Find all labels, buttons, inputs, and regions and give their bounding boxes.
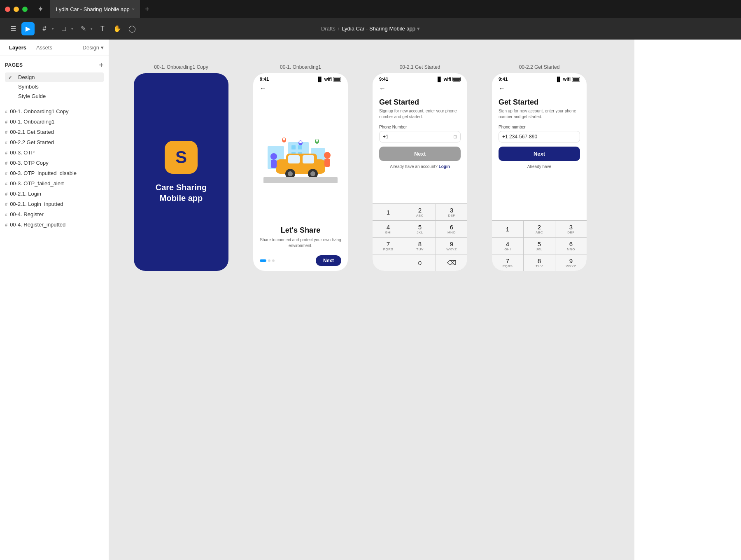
numpad-2: 1 2 ABC 3 DEF 4 GHI [492,220,587,271]
page-item-symbols[interactable]: Symbols [5,82,104,91]
status-time-gs2: 9:41 [499,77,508,82]
numpad-key-8[interactable]: 8 TUV [404,238,436,254]
layer-item-onboarding1copy[interactable]: # 00-1. Onboarding1 Copy [0,106,109,117]
layer-item-otp[interactable]: # 00-3. OTP [0,147,109,158]
numpad-key-0[interactable]: 0 [404,254,436,271]
numpad2-key-2[interactable]: 2 ABC [524,221,555,237]
layer-item-otpinputted[interactable]: # 00-3. OTP_inputted_disable [0,168,109,178]
tab-assets[interactable]: Assets [32,43,56,52]
frame-icon: # [5,109,7,114]
login-link[interactable]: Login [439,164,450,169]
numpad2-key-7[interactable]: 7 PQRS [492,254,523,271]
numpad2-key-1[interactable]: 1 [492,221,523,237]
pen-tool-btn[interactable]: ✎ [77,22,90,35]
battery-icon [572,77,580,82]
next-button[interactable]: Next [316,255,341,266]
menu-button[interactable]: ☰ [7,22,20,35]
numpad2-key-4[interactable]: 4 GHI [492,238,523,254]
close-window-btn[interactable] [5,7,10,12]
numpad-key-7[interactable]: 7 PQRS [373,238,404,254]
numpad-key-5[interactable]: 5 JKL [404,221,436,237]
numpad-1: 1 2 ABC 3 DEF 4 GHI [373,203,467,271]
design-panel-btn[interactable]: Design ▾ [83,44,104,51]
status-bar-gs2: 9:41 ▐▌ wifi [492,73,587,83]
numpad-key-3[interactable]: 3 DEF [436,204,467,220]
numpad-key-4[interactable]: 4 GHI [373,221,404,237]
svg-rect-10 [303,155,314,163]
svg-point-14 [310,171,315,176]
shape-tool-chevron: ▾ [71,27,73,31]
numpad2-key-5[interactable]: 5 JKL [524,238,555,254]
status-time: 9:41 [260,77,269,82]
tool-group-frame: # ▾ [38,22,54,35]
next-btn-active[interactable]: Next [499,147,580,161]
numpad-key-2[interactable]: 2 ABC [404,204,436,220]
phone-input-field-1[interactable]: +1 ⊞ [379,131,461,142]
active-tab[interactable]: Lydia Car - Sharing Mobile app × [50,0,141,18]
numpad2-key-3[interactable]: 3 DEF [555,221,587,237]
layer-name: 00-2.2 Get Started [10,139,104,145]
page-label: Symbols [18,84,39,90]
signal-icon: ▐▌ [436,77,443,82]
tab-title: Lydia Car - Sharing Mobile app [56,6,130,12]
layer-item-otpfailed[interactable]: # 00-3. OTP_failed_alert [0,178,109,189]
onboarding-screen: 9:41 ▐▌ wifi ← [253,73,348,271]
frame-label-3: 00-2.1 Get Started [400,64,440,70]
new-tab-btn[interactable]: + [141,0,154,18]
svg-rect-3 [291,145,296,149]
numpad2-key-8[interactable]: 8 TUV [524,254,555,271]
svg-rect-9 [288,155,300,163]
layer-item-otpcopy[interactable]: # 00-3. OTP Copy [0,158,109,168]
signal-icon: ▐▌ [317,77,323,82]
layer-item-registerinputted[interactable]: # 00-4. Register_inputted [0,219,109,230]
numpad-key-backspace[interactable]: ⌫ [436,254,467,271]
layer-name: 00-3. OTP [10,149,104,156]
left-panel: Layers Assets Design ▾ Pages + ✓ Design … [0,40,109,560]
pages-header: Pages + [5,61,104,69]
breadcrumb-drafts[interactable]: Drafts [321,26,336,32]
layer-item-onboarding1[interactable]: # 00-1. Onboarding1 [0,117,109,127]
maximize-window-btn[interactable] [22,7,28,12]
toolbar: ☰ ▶ # ▾ □ ▾ ✎ ▾ T ✋ ◯ Drafts / Lydia Car… [0,18,741,40]
back-arrow[interactable]: ← [253,83,348,94]
phone-input-field-2[interactable]: +1 234-567-890 [499,131,580,142]
svg-point-24 [316,139,318,142]
frame-tool-btn[interactable]: # [38,22,51,35]
onboarding-description: Share to connect and protect your own li… [260,237,341,249]
title-bar: ✦ Lydia Car - Sharing Mobile app × + [0,0,741,18]
numpad-key-9[interactable]: 9 WXYZ [436,238,467,254]
numpad2-key-6[interactable]: 6 MNO [555,238,587,254]
wifi-icon: wifi [563,77,571,82]
page-item-styleguide[interactable]: Style Guide [5,91,104,101]
tool-group-pen: ✎ ▾ [77,22,93,35]
layer-item-logininputted[interactable]: # 00-2.1. Login_inputted [0,199,109,209]
comment-tool-btn[interactable]: ◯ [126,22,139,35]
right-panel [634,40,741,560]
text-tool-btn[interactable]: T [96,22,109,35]
pages-title: Pages [5,62,23,68]
minimize-window-btn[interactable] [14,7,19,12]
svg-point-12 [288,171,293,176]
phone-value-filled: +1 234-567-890 [502,134,576,140]
add-page-btn[interactable]: + [99,61,104,69]
get-started-desc-1: Sign up for new account, enter your phon… [379,108,461,120]
status-icons-gs2: ▐▌ wifi [555,77,580,82]
layer-item-register[interactable]: # 00-4. Register [0,209,109,219]
next-btn-disabled[interactable]: Next [379,147,461,161]
numpad2-key-9[interactable]: 9 WXYZ [555,254,587,271]
shape-tool-btn[interactable]: □ [57,22,70,35]
layer-item-login[interactable]: # 00-2.1. Login [0,189,109,199]
tab-layers[interactable]: Layers [5,43,30,52]
page-item-design[interactable]: ✓ Design [5,72,104,82]
hand-tool-btn[interactable]: ✋ [111,22,124,35]
back-arrow-gs2[interactable]: ← [492,83,587,94]
figma-icon: ✦ [37,5,44,14]
numpad-key-1[interactable]: 1 [373,204,404,220]
numpad-key-6[interactable]: 6 MNO [436,221,467,237]
layer-item-getstarted21[interactable]: # 00-2.1 Get Started [0,127,109,137]
select-tool-btn[interactable]: ▶ [21,22,35,35]
tab-close-btn[interactable]: × [132,7,135,12]
back-arrow-gs1[interactable]: ← [373,83,467,94]
layer-item-getstarted22[interactable]: # 00-2.2 Get Started [0,137,109,147]
tool-group-shape: □ ▾ [57,22,73,35]
